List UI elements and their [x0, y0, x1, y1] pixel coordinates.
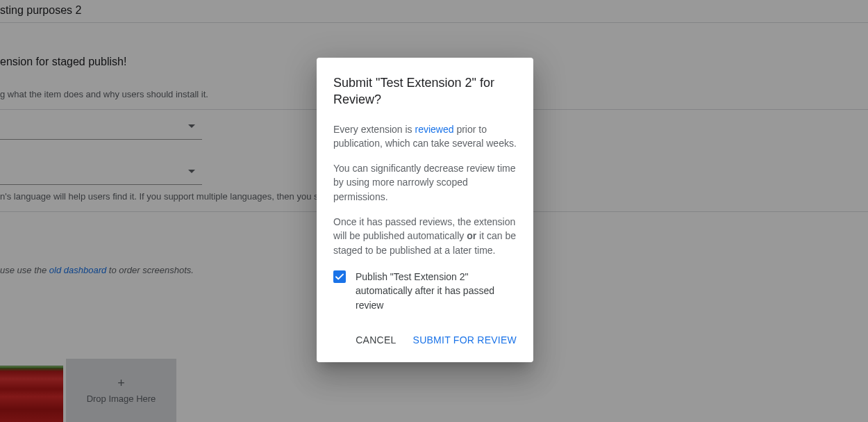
dialog-paragraph-1: Every extension is reviewed prior to pub… — [333, 122, 517, 151]
check-icon — [335, 272, 344, 282]
p3-or: or — [467, 230, 476, 241]
submit-review-dialog: Submit "Test Extension 2" for Review? Ev… — [317, 58, 533, 362]
dialog-actions: CANCEL SUBMIT FOR REVIEW — [317, 318, 533, 362]
dialog-title: Submit "Test Extension 2" for Review? — [317, 58, 533, 108]
auto-publish-checkbox[interactable] — [333, 270, 346, 283]
p1-pre: Every extension is — [333, 124, 415, 135]
dialog-paragraph-2: You can significantly decrease review ti… — [333, 161, 517, 204]
auto-publish-label: Publish "Test Extension 2" automatically… — [356, 270, 517, 312]
auto-publish-row[interactable]: Publish "Test Extension 2" automatically… — [333, 268, 517, 312]
submit-for-review-button[interactable]: SUBMIT FOR REVIEW — [408, 329, 522, 351]
reviewed-link[interactable]: reviewed — [415, 124, 454, 135]
dialog-body: Every extension is reviewed prior to pub… — [317, 108, 533, 318]
dialog-paragraph-3: Once it has passed reviews, the extensio… — [333, 215, 517, 257]
cancel-button[interactable]: CANCEL — [350, 329, 401, 351]
